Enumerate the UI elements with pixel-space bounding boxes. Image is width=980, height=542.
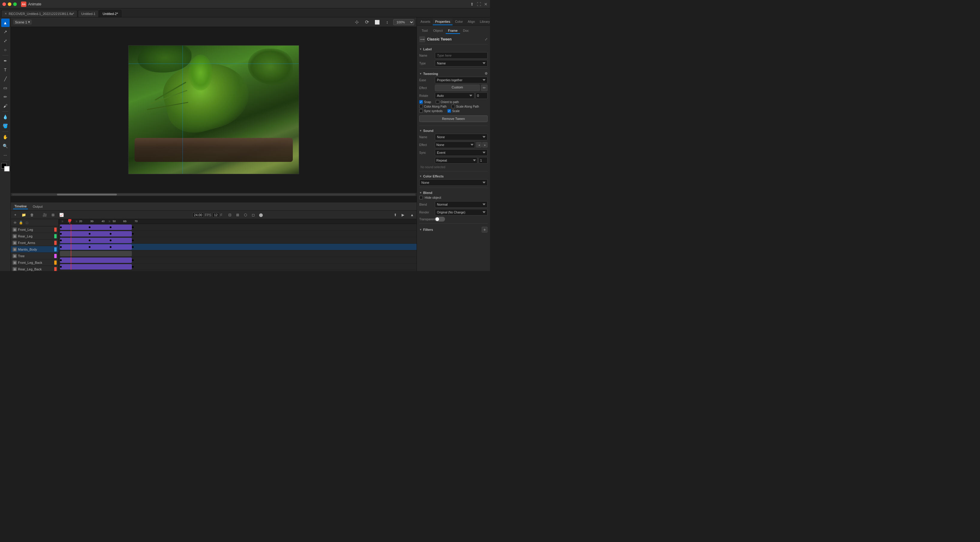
brush-tool[interactable]: 🖌 [1,102,10,110]
add-filter-button[interactable]: + [482,226,488,233]
scale-box[interactable] [447,109,451,113]
delete-layer-button[interactable]: 🗑 [29,212,35,218]
tab-output[interactable]: Output [32,204,44,209]
transform-tool-icon[interactable]: ⊹ [352,18,361,26]
layer-item-rear_leg_back[interactable]: ▦ Rear_Leg_Back [11,266,59,271]
color-indicator[interactable] [1,163,10,172]
sound-name-select[interactable]: None [435,134,488,140]
sound-section-header[interactable]: ▼ Sound [419,128,488,134]
hand-tool[interactable]: ✋ [1,133,10,141]
layer-outline-all[interactable]: □ [25,220,29,225]
free-transform-tool[interactable]: ⤢ [1,37,10,45]
paint-bucket-tool[interactable]: 🪣 [1,122,10,130]
layer-lock-all[interactable]: 🔒 [19,220,23,225]
frame-track-front_leg_back[interactable] [59,257,417,263]
transform-button[interactable]: ⊞ [50,212,56,218]
label-section-header[interactable]: ▼ Label [419,46,488,52]
volume-btn-2[interactable]: ▸ [482,142,488,148]
layer-visibility-all[interactable]: 👁 [13,220,18,225]
camera-button[interactable]: 🎥 [41,212,48,218]
graph-button[interactable]: 📈 [58,212,65,218]
play-button[interactable]: ▶ [400,212,406,218]
zoom-tool[interactable]: 🔍 [1,142,10,150]
frame-track-rear_leg[interactable] [59,231,417,237]
color-effects-select[interactable]: None [419,179,488,186]
sound-repeat-select[interactable]: Repeat [435,157,477,164]
tab-align[interactable]: Align [465,19,477,25]
sync-symbols-checkbox[interactable]: Sync symbols [419,109,443,113]
pencil-tool[interactable]: ✏ [1,92,10,101]
orient-path-checkbox[interactable]: Orient to path [436,100,459,104]
eyedropper-tool[interactable]: 💧 [1,113,10,121]
select-tool[interactable]: ▲ [1,19,10,27]
ease-select[interactable]: Properties together [435,77,488,83]
blank-frame-button[interactable]: ◻ [250,212,256,218]
color-along-path-checkbox[interactable]: Color Along Path [419,105,447,108]
tab-library[interactable]: Library [477,19,490,25]
name-input[interactable] [435,52,488,59]
render-select[interactable]: Original (No Change) [435,209,488,215]
more-tools[interactable]: ··· [1,151,10,159]
frame-track-front_leg[interactable] [59,224,417,231]
remove-tween-button[interactable]: Remove Tween [419,115,488,122]
subselect-tool[interactable]: ↗ [1,27,10,36]
orient-path-checkbox-box[interactable] [436,100,439,104]
layer-item-front_arms[interactable]: ▦ Front_Arms [11,239,59,246]
sound-effect-select[interactable]: None [435,142,475,148]
blend-section-header[interactable]: ▼ Blend [419,190,488,196]
onion-button[interactable]: ⬤ [258,212,264,218]
snap-checkbox[interactable]: Snap [419,100,431,104]
frame-track-front_arms[interactable] [59,237,417,244]
external-link-icon[interactable]: ⤢ [485,37,488,41]
add-layer-button[interactable]: + [12,212,19,218]
keyframe-button[interactable]: ⬡ [242,212,249,218]
sub-tab-doc[interactable]: Doc [461,28,471,34]
stage-size-icon[interactable]: ⬜ [373,18,381,26]
pen-tool[interactable]: ✒ [1,57,10,65]
hide-object-checkbox[interactable] [419,196,423,199]
tab-untitled2[interactable]: Untitled-2* [99,10,121,17]
color-effects-section-header[interactable]: ▼ Color Effects [419,173,488,179]
frame-track-mantis_body[interactable] [59,244,417,250]
tab-timeline[interactable]: Timeline [13,204,28,209]
export-button[interactable]: ⬆ [392,212,399,218]
layer-item-front_leg[interactable]: ▦ Front_Leg [11,226,59,233]
volume-btn-1[interactable]: ◂ [476,142,482,148]
tweening-section-header[interactable]: ▼ Tweening ⚙ [419,70,488,77]
rectangle-tool[interactable]: ▭ [1,84,10,92]
frame-button[interactable]: ⊞ [234,212,241,218]
scrollbar-thumb[interactable] [57,194,117,196]
fps-value[interactable]: 24.00 [192,212,204,217]
snap-checkbox-box[interactable] [419,100,423,104]
type-select[interactable]: Name [435,60,488,67]
text-tool[interactable]: T [1,65,10,74]
share-icon[interactable]: ⬆ [470,2,474,6]
sub-tab-frame[interactable]: Frame [445,28,460,34]
settings-button[interactable]: ▲ [409,212,415,218]
rotate-count-input[interactable] [476,92,488,99]
background-color[interactable] [4,166,10,172]
tab-properties[interactable]: Properties [433,19,453,25]
tab-untitled1[interactable]: Untitled-1 [78,10,99,17]
frames-area[interactable]: :s :s :s :s :s 10 20 30 40 50 60 70 [59,219,417,271]
scale-along-path-checkbox[interactable]: Scale Along Path [451,105,479,108]
sound-repeat-count[interactable] [479,157,488,164]
scale-checkbox[interactable]: Scale [447,109,460,113]
blend-select[interactable]: Normal [435,201,488,208]
close-button[interactable] [2,2,6,6]
tab-close-icon[interactable]: ✕ [5,12,7,15]
minimize-button[interactable] [8,2,11,6]
canvas-scrollbar[interactable] [11,193,417,196]
zoom-up-icon[interactable]: ↕ [383,18,391,26]
effect-edit-button[interactable]: ✏ [481,84,488,91]
tweening-gear-icon[interactable]: ⚙ [485,72,488,75]
tab-recover[interactable]: ✕ RECOVER_Untitled-1_20221222153811.fla* [1,10,77,17]
layer-item-front_leg_back[interactable]: ▦ Front_Leg_Back [11,259,59,266]
rotate-select[interactable]: Auto [435,92,474,99]
add-folder-button[interactable]: 📁 [21,212,27,218]
frame-value[interactable]: 12 [213,212,219,217]
scale-along-path-box[interactable] [451,105,455,108]
layer-item-rear_leg[interactable]: ▦ Rear_Leg [11,233,59,239]
tab-color[interactable]: Color [453,19,465,25]
layer-item-tree[interactable]: ▦ Tree [11,253,59,259]
